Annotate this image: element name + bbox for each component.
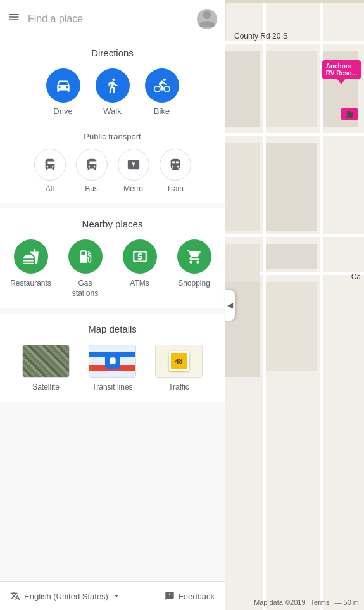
atm-icon (123, 239, 157, 274)
sidebar-footer: English (United States) Feedback (0, 581, 225, 610)
bike-label: Bike (154, 106, 170, 116)
walk-button[interactable]: Walk (96, 68, 130, 116)
language-button[interactable]: English (United States) (10, 591, 121, 601)
restaurants-label: Restaurants (10, 279, 51, 289)
empty-space (0, 407, 225, 483)
nearby-title: Nearby places (0, 219, 225, 229)
train-icon (160, 149, 191, 181)
all-transport-label: All (46, 184, 54, 193)
sidebar-content: Directions Drive W (0, 37, 225, 581)
all-transport-button[interactable]: All (34, 149, 66, 193)
satellite-button[interactable]: Satellite (19, 345, 73, 391)
traffic-label: Traffic (168, 383, 189, 391)
walk-icon (96, 68, 130, 103)
directions-row: Drive Walk Bike (0, 68, 225, 116)
map-copyright: Map data ©2019 Terms — 50 m (249, 596, 364, 609)
language-label: English (United States) (24, 592, 108, 601)
traffic-badge: 48 (169, 351, 189, 371)
atms-button[interactable]: ATMs (118, 239, 162, 298)
language-icon (10, 591, 20, 601)
restaurants-button[interactable]: Restaurants (9, 239, 53, 298)
drive-label: Drive (53, 106, 72, 116)
shopping-icon (177, 239, 211, 274)
metro-label: Metro (123, 184, 143, 193)
gas-stations-icon (68, 239, 103, 274)
satellite-label: Satellite (32, 383, 60, 391)
nearby-row: Restaurants Gasstations (0, 239, 225, 298)
map-pin-anchors[interactable]: AnchorsRV Reso... (322, 60, 361, 84)
restaurants-icon (14, 239, 48, 274)
shopping-button[interactable]: Shopping (172, 239, 217, 298)
map-area[interactable]: County Rd 20 S AnchorsRV Reso... 🎥 Wyld … (225, 0, 364, 610)
bus-button[interactable]: Bus (76, 149, 108, 193)
terms-link[interactable]: Terms (311, 599, 330, 606)
drive-button[interactable]: Drive (46, 68, 80, 116)
drive-icon (46, 68, 80, 103)
public-transport-title: Public transport (0, 132, 225, 141)
bus-icon (76, 149, 108, 181)
transit-lines-button[interactable]: Transit lines (85, 345, 139, 391)
directions-title: Directions (0, 48, 225, 58)
collapse-icon: ◀ (227, 301, 233, 310)
divider-1 (10, 124, 215, 124)
feedback-icon (165, 591, 175, 601)
atms-label: ATMs (130, 279, 149, 289)
feedback-button[interactable]: Feedback (165, 591, 215, 601)
scale-indicator: — 50 m (334, 599, 359, 606)
avatar[interactable] (197, 9, 217, 29)
walk-label: Walk (103, 106, 121, 116)
copyright-text: Map data ©2019 (254, 599, 306, 606)
pin-tail (337, 79, 345, 84)
satellite-thumbnail (22, 345, 70, 378)
transit-lines-label: Transit lines (92, 383, 132, 391)
search-bar: Find a place (0, 0, 225, 37)
traffic-thumbnail: 48 (155, 345, 203, 378)
shopping-label: Shopping (178, 279, 210, 289)
directions-section: Directions Drive W (0, 37, 225, 203)
search-input[interactable]: Find a place (28, 13, 197, 25)
map-details-row: Satellite Transit lines (0, 345, 225, 391)
feedback-label: Feedback (179, 592, 215, 601)
transport-row: All Bus Metro (0, 149, 225, 193)
chevron-down-icon (112, 592, 121, 600)
partial-label: Ca (351, 272, 361, 281)
all-transport-icon (34, 149, 66, 181)
menu-icon[interactable] (8, 11, 20, 27)
gas-stations-button[interactable]: Gasstations (63, 239, 108, 298)
bus-label: Bus (85, 184, 98, 193)
bike-icon (145, 68, 179, 103)
county-road-label: County Rd 20 S (234, 32, 288, 41)
gas-stations-label: Gasstations (72, 279, 98, 298)
transit-thumbnail (89, 345, 136, 378)
train-label: Train (166, 184, 184, 193)
metro-icon (118, 149, 149, 181)
collapse-sidebar-button[interactable]: ◀ (225, 290, 235, 321)
bike-button[interactable]: Bike (145, 68, 179, 116)
map-details-section: Map details Satellite (0, 314, 225, 402)
map-details-title: Map details (0, 324, 225, 334)
metro-button[interactable]: Metro (118, 149, 149, 193)
transit-bus-icon (105, 353, 120, 369)
hotel-icon[interactable]: 🎥 (341, 108, 358, 120)
train-button[interactable]: Train (160, 149, 191, 193)
sidebar: Find a place Directions Drive (0, 0, 225, 610)
traffic-button[interactable]: 48 Traffic (152, 345, 206, 391)
nearby-places-section: Nearby places Restaurants (0, 208, 225, 308)
pin-bubble: AnchorsRV Reso... (322, 60, 361, 79)
